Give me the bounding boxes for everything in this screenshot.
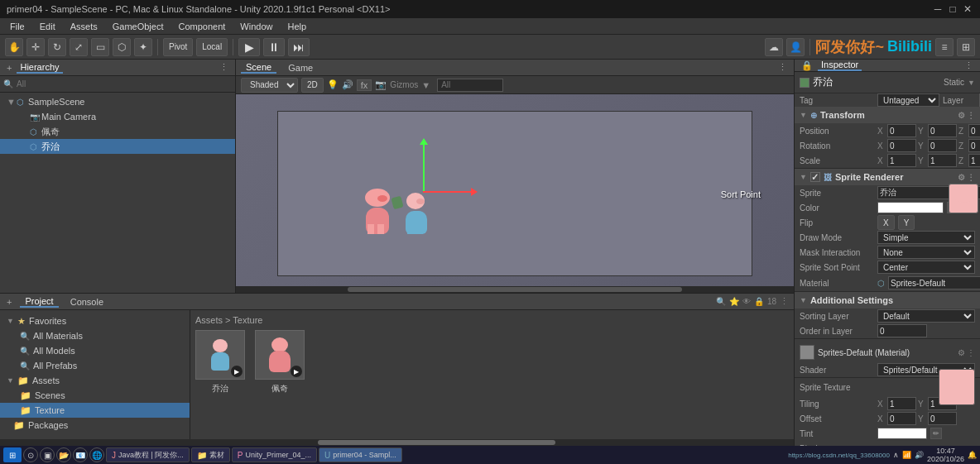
tint-edit-btn[interactable]: ✏	[930, 428, 942, 439]
tiling-x-input[interactable]	[887, 397, 916, 410]
assets-texture[interactable]: 📁 Texture	[0, 403, 190, 418]
sprite-renderer-menu[interactable]: ⋮	[967, 173, 975, 182]
offset-x-input[interactable]	[887, 412, 916, 425]
pos-y-input[interactable]	[928, 124, 957, 137]
hierarchy-item-maincamera[interactable]: 📷 Main Camera	[0, 109, 235, 124]
transform-menu-icon[interactable]: ⋮	[967, 111, 975, 120]
sorting-layer-dropdown[interactable]: Default	[877, 309, 975, 323]
material-settings-icon[interactable]: ⚙	[958, 348, 965, 357]
scene-fx-icon[interactable]: fx	[357, 79, 372, 91]
taskbar-icon3[interactable]: 🌐	[89, 447, 104, 462]
menu-file[interactable]: File	[3, 21, 31, 32]
asset-item-qiaozhi[interactable]: ▶ 乔治	[195, 330, 245, 395]
object-name[interactable]: 乔治	[813, 75, 940, 89]
pivot-button[interactable]: Pivot	[163, 38, 193, 56]
taskbar-wifi-icon[interactable]: 📶	[902, 451, 911, 459]
favorites-group[interactable]: ▼ ★ Favorites	[0, 313, 190, 328]
taskbar-search[interactable]: ⊙	[23, 447, 38, 462]
taskbar-up-icon[interactable]: ∧	[893, 451, 899, 459]
tab-game[interactable]: Game	[283, 63, 318, 73]
additional-settings-header[interactable]: ▼ Additional Settings	[795, 292, 980, 309]
rot-x-input[interactable]	[887, 139, 916, 152]
maximize-button[interactable]: □	[947, 3, 958, 15]
asset-item-peichi[interactable]: ▶ 佩奇	[255, 330, 305, 395]
menu-component[interactable]: Component	[171, 21, 232, 32]
flip-x-button[interactable]: X	[877, 215, 895, 230]
rect-tool[interactable]: ▭	[91, 38, 109, 56]
rot-z-input[interactable]	[968, 139, 980, 152]
move-tool[interactable]: ✛	[26, 38, 45, 56]
inspector-lock[interactable]: 🔒	[800, 60, 814, 71]
pos-x-input[interactable]	[887, 124, 916, 137]
hierarchy-search[interactable]	[17, 79, 232, 88]
menu-gameobject[interactable]: GameObject	[106, 21, 171, 32]
assets-packages[interactable]: 📁 Packages	[0, 418, 190, 433]
flip-y-button[interactable]: Y	[898, 215, 915, 230]
tab-hierarchy[interactable]: Hierarchy	[17, 62, 62, 74]
static-dropdown-arrow[interactable]: ▼	[968, 79, 975, 87]
scale-tool[interactable]: ⤢	[70, 38, 88, 56]
material-menu-icon[interactable]: ⋮	[967, 348, 975, 357]
custom-tool[interactable]: ✦	[134, 38, 152, 56]
gizmos-dropdown-arrow[interactable]: ▼	[421, 80, 430, 90]
transform-tool[interactable]: ⬡	[113, 38, 131, 56]
asset-play-peichi[interactable]: ▶	[291, 366, 302, 377]
taskbar-notification[interactable]: 🔔	[968, 451, 977, 459]
tab-scene[interactable]: Scene	[241, 62, 276, 74]
tab-inspector[interactable]: Inspector	[818, 60, 862, 71]
sprite-renderer-settings[interactable]: ⚙	[958, 173, 965, 182]
project-lock-icon[interactable]: 🔒	[754, 297, 764, 306]
menu-help[interactable]: Help	[281, 21, 313, 32]
object-enabled-checkbox[interactable]	[800, 78, 809, 88]
rotate-tool[interactable]: ↻	[48, 38, 66, 56]
scene-light-icon[interactable]: 💡	[327, 79, 339, 90]
taskbar-java[interactable]: J Java教程 | 阿发你...	[106, 447, 190, 462]
order-in-layer-input[interactable]	[877, 324, 927, 337]
taskbar-sound-icon[interactable]: 🔊	[915, 451, 924, 459]
play-button[interactable]: ▶	[238, 38, 260, 56]
drawmode-dropdown[interactable]: Simple	[877, 231, 975, 244]
rot-y-input[interactable]	[928, 139, 957, 152]
taskbar-unity-active[interactable]: U primer04 - Sampl...	[319, 447, 402, 462]
pos-z-input[interactable]	[968, 124, 980, 137]
project-options[interactable]: ⋮	[780, 296, 789, 307]
scene-viewport[interactable]: Sort Point	[236, 94, 794, 293]
hierarchy-add[interactable]: +	[5, 63, 13, 73]
mode-2d-button[interactable]: 2D	[301, 78, 324, 93]
scale-z-input[interactable]	[968, 154, 980, 167]
start-button[interactable]: ⊞	[3, 447, 22, 462]
hierarchy-options[interactable]: ⋮	[218, 62, 230, 73]
scale-y-input[interactable]	[928, 154, 957, 167]
transform-settings-icon[interactable]: ⚙	[958, 111, 965, 120]
layout-icon[interactable]: ⊞	[957, 38, 975, 56]
favorites-all-models[interactable]: 🔍 All Models	[0, 343, 190, 358]
favorites-all-materials[interactable]: 🔍 All Materials	[0, 328, 190, 343]
color-preview[interactable]	[877, 202, 944, 213]
taskbar-clock[interactable]: 10:47 2020/10/26	[927, 447, 964, 463]
tab-project[interactable]: Project	[20, 296, 58, 308]
taskbar-task-view[interactable]: ▣	[40, 447, 55, 462]
minimize-button[interactable]: ─	[932, 3, 944, 15]
account-icon[interactable]: 👤	[786, 38, 805, 56]
shading-dropdown[interactable]: Shaded	[241, 78, 298, 93]
scene-scrollbar[interactable]	[236, 286, 794, 293]
assets-scenes[interactable]: 📁 Scenes	[0, 388, 190, 403]
material-input[interactable]	[888, 276, 980, 289]
project-add[interactable]: +	[5, 297, 13, 307]
inspector-options[interactable]: ⋮	[963, 60, 975, 71]
tag-dropdown[interactable]: Untagged	[877, 93, 939, 107]
scene-camera-icon[interactable]: 📷	[375, 79, 387, 90]
offset-y-input[interactable]	[928, 412, 957, 425]
scene-audio-icon[interactable]: 🔊	[342, 79, 353, 90]
hierarchy-item-samplescene[interactable]: ▼ ⬡ SampleScene	[0, 94, 235, 109]
menu-edit[interactable]: Edit	[33, 21, 62, 32]
sprite-renderer-enabled[interactable]: ✓	[810, 172, 820, 182]
scene-search[interactable]	[437, 79, 503, 92]
project-star-icon[interactable]: ⭐	[729, 297, 739, 306]
menu-assets[interactable]: Assets	[64, 21, 104, 32]
scale-x-input[interactable]	[887, 154, 916, 167]
sprite-renderer-header[interactable]: ▼ ✓ 🖼 Sprite Renderer ⚙ ⋮	[795, 169, 980, 185]
taskbar-unity-primer[interactable]: P Unity_Primer_04_...	[232, 447, 317, 462]
tab-console[interactable]: Console	[65, 297, 108, 307]
maskinteraction-dropdown[interactable]: None	[877, 246, 975, 259]
